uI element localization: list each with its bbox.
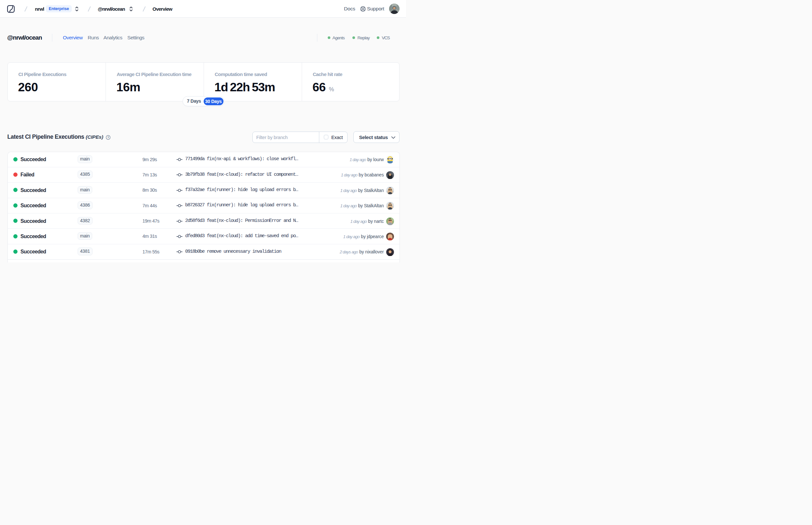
svg-text:?: ? bbox=[107, 136, 109, 139]
